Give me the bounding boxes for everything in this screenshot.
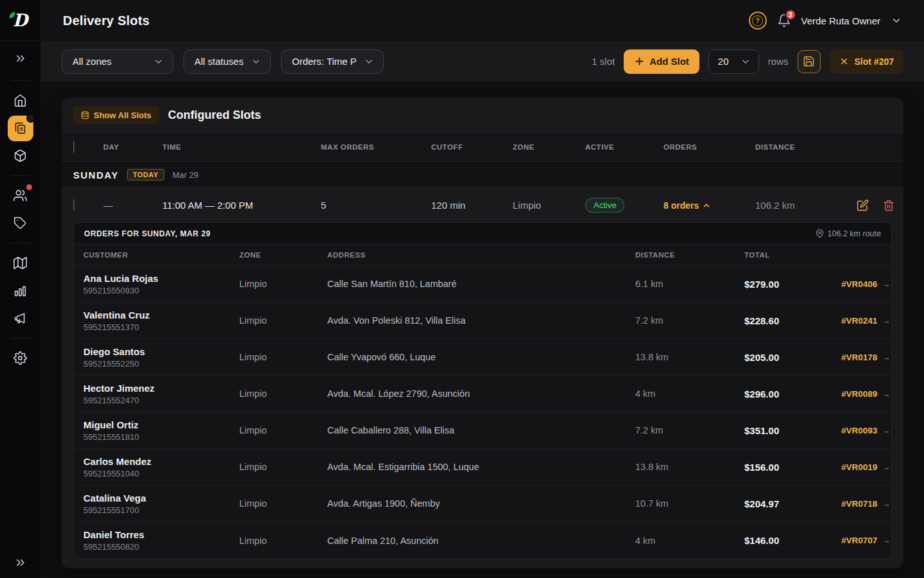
order-row: Miguel Ortiz595215551810 Limpio Calle Ca… <box>74 412 891 449</box>
orders-panel-header: ORDERS FOR SUNDAY, MAR 29 106.2 km route <box>74 223 891 245</box>
customer-name: Miguel Ortiz <box>83 419 239 430</box>
megaphone-icon <box>13 311 27 325</box>
sidebar-divider <box>11 243 30 243</box>
rows-per-page-select[interactable]: 20 <box>708 49 759 74</box>
sidebar-item-settings[interactable] <box>8 346 33 371</box>
home-icon <box>13 94 27 107</box>
close-icon[interactable] <box>839 57 849 66</box>
sidebar-item-delivery-slots[interactable] <box>8 116 33 141</box>
notifications-button[interactable]: 3 <box>777 13 791 28</box>
chevrons-right-icon <box>14 556 27 569</box>
card-title: Configured Slots <box>168 109 261 122</box>
selected-slot-label: Slot #207 <box>855 57 894 67</box>
order-address: Calle Caballero 288, Villa Elisa <box>327 425 635 435</box>
order-zone: Limpio <box>239 352 327 362</box>
statuses-dropdown[interactable]: All statuses <box>184 49 271 74</box>
order-address: Avda. Mcal. López 2790, Asunción <box>327 389 635 399</box>
chevron-down-icon <box>740 57 751 67</box>
selected-slot-chip[interactable]: Slot #207 <box>830 49 903 74</box>
order-address: Avda. Artigas 1900, Ñemby <box>327 498 635 509</box>
order-link[interactable]: #VR0178→ <box>841 353 892 362</box>
order-row: Daniel Torres595215550820 Limpio Calle P… <box>74 522 891 559</box>
user-menu-label[interactable]: Verde Ruta Owner <box>801 15 880 26</box>
order-address: Calle Palma 210, Asunción <box>327 536 635 546</box>
chevron-down-icon <box>251 57 261 67</box>
orders-filter-dropdown[interactable]: Orders: Time Pla <box>281 49 384 74</box>
logo-letter: D <box>13 12 28 29</box>
filter-bar-right: 1 slot Add Slot 20 rows Slot #207 <box>592 49 903 74</box>
order-link[interactable]: #VR0406→ <box>841 279 892 289</box>
add-slot-button[interactable]: Add Slot <box>624 49 699 74</box>
zones-dropdown[interactable]: All zones <box>62 49 173 74</box>
brand-logo[interactable]: D <box>0 0 40 41</box>
chevron-down-icon <box>891 15 902 26</box>
main-area: Delivery Slots ? 3 Verde Ruta Owner All … <box>41 0 924 578</box>
slot-actions <box>857 199 903 211</box>
order-link[interactable]: #VR0707→ <box>841 536 892 545</box>
sidebar-divider <box>11 338 30 338</box>
order-link[interactable]: #VR0241→ <box>841 316 892 326</box>
col-distance: DISTANCE <box>755 143 857 151</box>
sidebar-item-tags[interactable] <box>8 211 33 236</box>
save-view-button[interactable] <box>798 50 821 73</box>
today-badge: TODAY <box>127 169 164 180</box>
arrow-right-icon: → <box>882 462 890 472</box>
page-title: Delivery Slots <box>63 13 150 28</box>
order-distance: 7.2 km <box>635 425 744 435</box>
sidebar-item-products[interactable] <box>8 143 33 169</box>
customer-phone: 595215551700 <box>83 505 239 515</box>
package-icon <box>13 149 27 162</box>
show-all-slots-button[interactable]: Show All Slots <box>73 106 159 124</box>
sidebar-item-customers[interactable] <box>8 183 33 209</box>
ocol-distance: DISTANCE <box>635 251 744 259</box>
col-active: ACTIVE <box>585 143 663 151</box>
sidebar-item-analytics[interactable] <box>8 278 33 304</box>
user-menu-button[interactable] <box>891 15 902 26</box>
help-icon: ? <box>752 15 763 26</box>
arrow-right-icon: → <box>882 536 890 545</box>
orders-filter-value: Orders: Time Pla <box>292 56 356 67</box>
plus-icon <box>634 56 645 67</box>
sidebar-item-home[interactable] <box>8 88 33 114</box>
database-icon <box>81 111 89 119</box>
order-total: $279.00 <box>744 279 841 290</box>
order-link[interactable]: #VR0089→ <box>841 389 892 399</box>
sidebar-item-map[interactable] <box>8 250 33 276</box>
map-pin-icon <box>816 229 824 238</box>
order-distance: 13.8 km <box>635 352 744 362</box>
order-link[interactable]: #VR0019→ <box>841 462 892 472</box>
select-all-checkbox[interactable] <box>73 141 74 153</box>
orders-expand-toggle[interactable]: 8 orders <box>663 200 711 211</box>
rows-label: rows <box>768 56 789 67</box>
slot-checkbox[interactable] <box>73 199 74 211</box>
order-link[interactable]: #VR0093→ <box>841 426 892 435</box>
users-icon <box>13 189 27 202</box>
order-zone: Limpio <box>239 315 327 326</box>
edit-icon <box>857 199 869 211</box>
order-zone: Limpio <box>239 498 327 509</box>
customer-phone: 595215551040 <box>83 469 239 478</box>
order-id: #VR0406 <box>841 279 877 289</box>
order-distance: 7.2 km <box>635 315 744 326</box>
sidebar-expand-top[interactable] <box>14 49 27 68</box>
card-header: Show All Slots Configured Slots <box>62 98 903 132</box>
order-id: #VR0718 <box>841 499 877 509</box>
order-total: $146.00 <box>744 535 841 546</box>
customer-phone: 595215551370 <box>83 322 239 332</box>
delete-slot-button[interactable] <box>883 200 894 211</box>
sidebar-item-marketing[interactable] <box>8 306 33 331</box>
sidebar-divider <box>11 80 30 81</box>
slot-max-orders: 5 <box>321 200 431 211</box>
order-distance: 4 km <box>635 389 744 399</box>
edit-slot-button[interactable] <box>857 199 869 211</box>
order-link[interactable]: #VR0718→ <box>841 499 892 509</box>
order-id: #VR0241 <box>841 316 877 326</box>
help-button[interactable]: ? <box>749 12 767 30</box>
slot-zone: Limpio <box>513 200 585 211</box>
customer-name: Carlos Mendez <box>83 456 239 467</box>
order-distance: 4 km <box>635 536 744 546</box>
sidebar-expand-bottom[interactable] <box>14 556 27 569</box>
bar-chart-icon <box>13 284 27 297</box>
chevron-down-icon <box>364 57 374 67</box>
customer-name: Valentina Cruz <box>83 310 239 320</box>
